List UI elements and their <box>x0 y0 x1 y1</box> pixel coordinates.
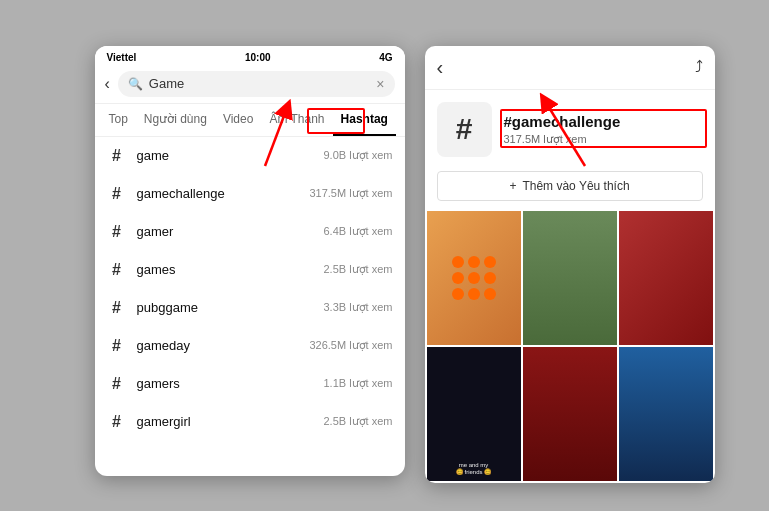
arrow-to-title <box>525 86 625 186</box>
hash-icon: # <box>107 185 127 203</box>
clear-button[interactable]: × <box>376 76 384 92</box>
video-cell[interactable] <box>427 211 521 345</box>
list-item[interactable]: # games 2.5B lượt xem <box>95 251 405 289</box>
time-text: 10:00 <box>245 52 271 63</box>
hashtag-name: gameday <box>137 338 300 353</box>
hash-icon: # <box>107 261 127 279</box>
network-text: 4G <box>379 52 392 63</box>
hash-icon: # <box>107 147 127 165</box>
hashtag-views: 2.5B lượt xem <box>323 415 392 428</box>
hashtag-name: gamer <box>137 224 314 239</box>
hashtag-views: 1.1B lượt xem <box>323 377 392 390</box>
status-bar: Viettel 10:00 4G <box>95 46 405 67</box>
list-item[interactable]: # gamer 6.4B lượt xem <box>95 213 405 251</box>
video-cell[interactable] <box>523 347 617 481</box>
hashtag-big-icon: # <box>437 102 492 157</box>
hash-icon: # <box>107 337 127 355</box>
hash-icon: # <box>107 299 127 317</box>
hashtag-name: pubggame <box>137 300 314 315</box>
hash-icon: # <box>107 375 127 393</box>
video-grid: me and my😊 friends 😊 <box>425 209 715 484</box>
tab-nguoidung[interactable]: Người dùng <box>136 104 215 136</box>
hashtag-name: gamergirl <box>137 414 314 429</box>
hashtag-views: 9.0B lượt xem <box>323 149 392 162</box>
plus-icon: + <box>509 179 516 193</box>
arrow-to-hashtag <box>235 96 315 176</box>
tab-top[interactable]: Top <box>101 104 136 136</box>
hashtag-views: 317.5M lượt xem <box>309 187 392 200</box>
hashtag-name: gamers <box>137 376 314 391</box>
video-cell[interactable]: me and my😊 friends 😊 <box>427 347 521 481</box>
hashtag-views: 326.5M lượt xem <box>309 339 392 352</box>
list-item[interactable]: # gamers 1.1B lượt xem <box>95 365 405 403</box>
hashtag-views: 3.3B lượt xem <box>323 301 392 314</box>
list-item[interactable]: # gamergirl 2.5B lượt xem <box>95 403 405 441</box>
hashtag-views: 2.5B lượt xem <box>323 263 392 276</box>
list-item[interactable]: # pubggame 3.3B lượt xem <box>95 289 405 327</box>
hashtag-name: games <box>137 262 314 277</box>
share-button[interactable]: ⤴ <box>695 58 703 76</box>
video-cell[interactable] <box>523 211 617 345</box>
search-input[interactable]: Game <box>149 76 370 91</box>
hashtag-list: # game 9.0B lượt xem # gamechallenge 317… <box>95 137 405 447</box>
detail-back-button[interactable]: ‹ <box>437 56 444 79</box>
video-cell[interactable] <box>619 211 713 345</box>
hashtag-name: gamechallenge <box>137 186 300 201</box>
svg-line-0 <box>265 108 287 166</box>
video-cell[interactable] <box>619 347 713 481</box>
hash-icon: # <box>107 413 127 431</box>
hash-icon: # <box>107 223 127 241</box>
svg-line-1 <box>545 101 585 166</box>
back-button[interactable]: ‹ <box>105 75 110 93</box>
list-item[interactable]: # gameday 326.5M lượt xem <box>95 327 405 365</box>
tab-hashtag[interactable]: Hashtag <box>333 104 396 136</box>
search-icon: 🔍 <box>128 77 143 91</box>
list-item[interactable]: # gamechallenge 317.5M lượt xem <box>95 175 405 213</box>
hashtag-views: 6.4B lượt xem <box>323 225 392 238</box>
carrier-text: Viettel <box>107 52 137 63</box>
search-input-wrapper[interactable]: 🔍 Game × <box>118 71 395 97</box>
detail-header: ‹ ⤴ <box>425 46 715 90</box>
